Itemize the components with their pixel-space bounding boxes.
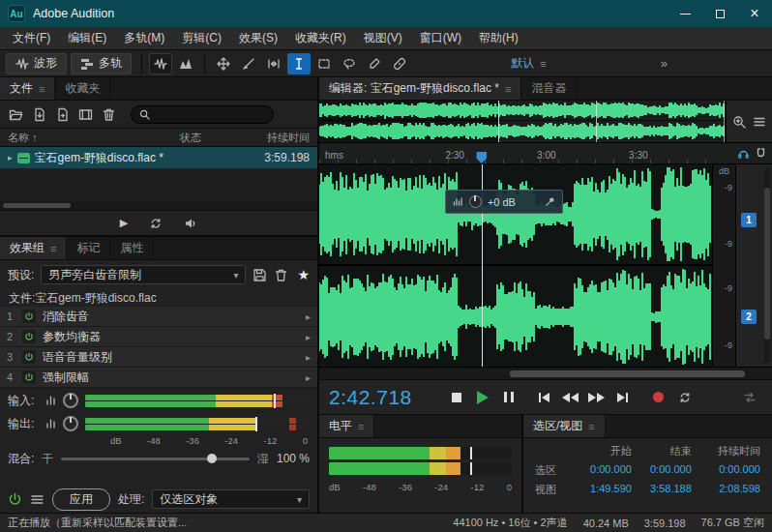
skip-to-next-button[interactable] (609, 386, 636, 409)
preview-play-button[interactable]: ▶ (120, 217, 128, 229)
multitrack-view-button[interactable]: 多轨 (71, 53, 132, 74)
channel-2-badge[interactable]: 2 (741, 310, 757, 324)
slot-arrow-icon[interactable]: ▸ (306, 332, 311, 342)
effect-power-toggle[interactable] (22, 330, 36, 343)
overview-view-range[interactable] (498, 101, 725, 142)
pause-button[interactable] (495, 386, 521, 409)
mix-slider-handle[interactable] (207, 454, 217, 463)
menu-multitrack[interactable]: 多轨(M) (115, 27, 173, 49)
panel-menu-icon[interactable]: ≡ (505, 83, 511, 95)
show-waveform-button[interactable] (149, 53, 172, 74)
minimize-button[interactable] (668, 0, 702, 27)
process-dropdown[interactable]: 仅选区对象 ▾ (152, 489, 310, 509)
channel-left-lane[interactable] (319, 164, 712, 266)
tab-mixer[interactable]: 混音器 (521, 77, 577, 100)
scrollbar-thumb[interactable] (3, 203, 71, 208)
skip-to-previous-button[interactable] (531, 386, 557, 409)
skip-selection-button[interactable] (736, 386, 762, 409)
menu-edit[interactable]: 编辑(E) (59, 27, 115, 49)
workspace-selector[interactable]: 默认 ≡ (511, 55, 546, 72)
tab-markers[interactable]: 标记 (67, 237, 110, 259)
trash-icon[interactable] (102, 107, 116, 122)
monitor-headphones-icon[interactable] (737, 147, 750, 160)
tab-effects-rack[interactable]: 效果组 ≡ (0, 237, 67, 259)
view-start[interactable]: 1:49.590 (572, 483, 632, 497)
effect-slot-4[interactable]: 4 强制限幅 ▸ (0, 368, 317, 388)
search-input[interactable] (155, 108, 265, 120)
timeline-ruler[interactable]: hms 2:30 3:00 3:30 (319, 143, 772, 164)
show-spectrum-button[interactable] (174, 53, 197, 74)
slot-arrow-icon[interactable]: ▸ (306, 372, 311, 383)
fast-forward-button[interactable] (583, 386, 609, 409)
effect-power-toggle[interactable] (22, 350, 36, 364)
slip-tool-button[interactable] (262, 53, 285, 74)
effect-power-toggle[interactable] (22, 310, 36, 323)
menu-favorites[interactable]: 收藏夹(R) (286, 27, 355, 49)
toolbar-overflow-button[interactable]: » (661, 56, 668, 71)
output-gain-knob[interactable] (63, 416, 78, 431)
delete-preset-icon[interactable] (274, 268, 288, 282)
file-row[interactable]: ▸ 宝石gem-野狼disco.flac * 3:59.198 (0, 147, 317, 168)
effect-power-toggle[interactable] (22, 370, 36, 384)
selection-duration[interactable]: 0:00.000 (692, 463, 760, 478)
effect-slot-1[interactable]: 1 消除齿音 ▸ (0, 307, 317, 327)
lasso-selection-tool-button[interactable] (338, 53, 361, 74)
disclosure-icon[interactable]: ▸ (8, 153, 13, 163)
paintbrush-selection-tool-button[interactable] (363, 53, 386, 74)
loop-playback-button[interactable] (671, 386, 698, 409)
tab-files[interactable]: 文件 ≡ (0, 77, 55, 100)
preset-dropdown[interactable]: 男声旁白齿音限制 ▾ (41, 265, 246, 284)
time-selection-tool-button[interactable] (287, 53, 311, 74)
time-display[interactable]: 2:42.718 (329, 386, 443, 409)
tab-editor[interactable]: 编辑器: 宝石gem-野狼disco.flac * ≡ (319, 77, 521, 100)
menu-window[interactable]: 窗口(W) (411, 27, 470, 49)
rack-list-icon[interactable] (30, 492, 45, 507)
mix-slider[interactable] (61, 458, 250, 460)
view-duration[interactable]: 2:08.598 (692, 483, 760, 497)
pin-icon[interactable] (545, 196, 555, 207)
overview-waveform[interactable] (319, 101, 727, 142)
favorite-star-icon[interactable]: ★ (297, 267, 310, 282)
maximize-button[interactable] (702, 0, 737, 27)
preview-loop-button[interactable] (149, 217, 163, 230)
effect-slot-3[interactable]: 3 语音音量级别 ▸ (0, 347, 317, 368)
input-gain-knob[interactable] (63, 393, 78, 408)
volume-hud[interactable]: +0 dB (445, 190, 563, 214)
tab-levels[interactable]: 电平 ≡ (319, 415, 374, 437)
overview-playhead[interactable] (596, 101, 597, 142)
channel-right-lane[interactable] (319, 266, 712, 368)
menu-clip[interactable]: 剪辑(C) (173, 27, 230, 49)
scrollbar-thumb[interactable] (510, 370, 745, 377)
list-icon[interactable] (753, 115, 766, 129)
marquee-selection-tool-button[interactable] (312, 53, 336, 74)
file-list-empty-area[interactable] (0, 168, 317, 201)
panel-menu-icon[interactable]: ≡ (358, 421, 364, 432)
spot-healing-brush-tool-button[interactable] (388, 53, 411, 74)
editor-horizontal-scrollbar[interactable] (319, 367, 772, 379)
column-status[interactable]: 状态 (180, 131, 234, 145)
amplitude-ruler[interactable]: dB -9 -9 -9 -9 (713, 164, 736, 367)
menu-help[interactable]: 帮助(H) (470, 27, 527, 49)
stop-button[interactable] (443, 386, 469, 409)
panel-menu-icon[interactable]: ≡ (39, 83, 45, 95)
channel-1-badge[interactable]: 1 (741, 213, 757, 227)
slot-arrow-icon[interactable]: ▸ (306, 352, 311, 363)
close-button[interactable]: × (737, 0, 772, 27)
magnet-icon[interactable] (755, 147, 767, 160)
panel-menu-icon[interactable]: ≡ (50, 243, 56, 254)
rack-power-icon[interactable] (8, 492, 22, 507)
panel-menu-icon[interactable]: ≡ (588, 421, 594, 432)
hud-volume-knob[interactable] (469, 195, 482, 208)
move-tool-button[interactable] (212, 53, 235, 74)
auto-play-button[interactable] (184, 217, 197, 230)
media-browser-icon[interactable] (78, 107, 93, 122)
view-end[interactable]: 3:58.188 (632, 483, 692, 497)
selection-end[interactable]: 0:00.000 (632, 463, 692, 478)
slot-arrow-icon[interactable]: ▸ (306, 311, 311, 322)
ruler-scale[interactable]: hms 2:30 3:00 3:30 (319, 143, 712, 163)
menu-view[interactable]: 视图(V) (355, 27, 411, 49)
razor-tool-button[interactable] (237, 53, 260, 74)
tab-properties[interactable]: 属性 (110, 237, 154, 259)
record-button[interactable] (645, 386, 671, 409)
new-file-icon[interactable] (55, 107, 70, 122)
